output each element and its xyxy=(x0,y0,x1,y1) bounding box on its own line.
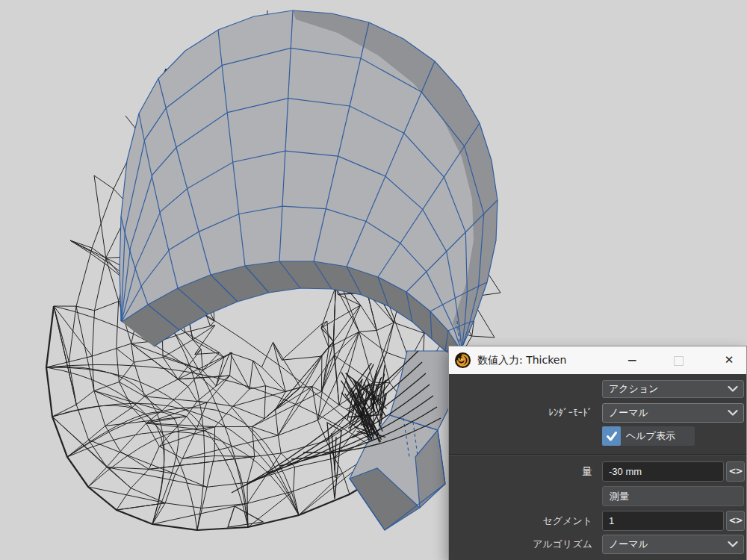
algorithm-label: アルゴリズム xyxy=(449,535,597,554)
dialog-body: アクション ﾚﾝﾀﾞｰﾓｰﾄﾞ ノーマル ヘルプ表示 量 xyxy=(449,374,746,560)
maximize-button[interactable] xyxy=(674,356,684,366)
render-mode-value: ノーマル xyxy=(609,407,648,418)
measure-button[interactable]: 測量 xyxy=(602,486,744,506)
segment-label: セグメント xyxy=(449,511,597,531)
help-checkbox[interactable]: ヘルプ表示 xyxy=(602,426,695,446)
metasequoia-app-icon xyxy=(454,352,471,369)
application-window: 数値入力: Thicken − ✕ アクション ﾚﾝﾀﾞｰﾓｰﾄﾞ ノーマル xyxy=(0,0,747,560)
chevron-down-icon xyxy=(728,410,738,416)
help-checkbox-label: ヘルプ表示 xyxy=(626,429,675,443)
segment-input[interactable] xyxy=(602,511,724,531)
amount-input[interactable] xyxy=(602,461,724,482)
action-select-value: アクション xyxy=(609,383,659,394)
dialog-titlebar[interactable]: 数値入力: Thicken − ✕ xyxy=(449,346,746,374)
close-button[interactable]: ✕ xyxy=(719,346,740,374)
amount-stepper[interactable]: <> xyxy=(726,461,745,482)
section-separator xyxy=(449,454,746,455)
amount-label: 量 xyxy=(449,461,597,482)
minimize-button[interactable]: − xyxy=(622,346,642,374)
dialog-title: 数値入力: Thicken xyxy=(477,346,566,374)
segment-stepper[interactable]: <> xyxy=(726,511,745,531)
algorithm-select[interactable]: ノーマル xyxy=(602,535,744,554)
action-select[interactable]: アクション xyxy=(602,380,744,398)
thicken-dialog: 数値入力: Thicken − ✕ アクション ﾚﾝﾀﾞｰﾓｰﾄﾞ ノーマル xyxy=(448,346,747,560)
chevron-down-icon xyxy=(728,386,738,392)
render-mode-label: ﾚﾝﾀﾞｰﾓｰﾄﾞ xyxy=(449,403,597,423)
checkbox-checked-icon xyxy=(602,426,621,446)
algorithm-value: ノーマル xyxy=(609,538,648,550)
render-mode-select[interactable]: ノーマル xyxy=(602,403,744,423)
chevron-down-icon xyxy=(728,541,738,547)
